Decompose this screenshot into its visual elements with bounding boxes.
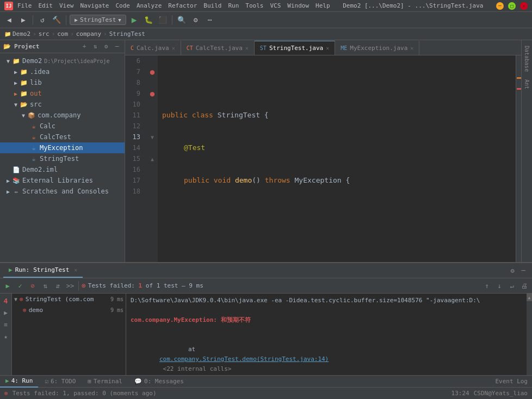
menu-item-refactor[interactable]: Refactor: [168, 2, 197, 9]
scroll-up[interactable]: ▲: [527, 294, 532, 301]
tree-arrow-company: ▼: [20, 113, 27, 119]
sort2-button[interactable]: ⇵: [52, 280, 63, 291]
tree-item-myexception[interactable]: ☕ MyException: [0, 142, 125, 153]
tree-label-myexception: MyException: [40, 144, 83, 152]
menu-item-window[interactable]: Window: [287, 2, 309, 9]
tab-terminal-bottom[interactable]: ⊞ Terminal: [82, 376, 128, 388]
tab-label-myexception: MyException.java: [350, 45, 407, 52]
tab-close-stringtest[interactable]: ✕: [326, 45, 329, 51]
menu-item-code[interactable]: Code: [115, 2, 130, 9]
debug-button[interactable]: 🐛: [143, 14, 154, 26]
tab-run[interactable]: ▶ Run: StringTest ✕: [3, 264, 83, 278]
more-actions[interactable]: ⋯: [204, 14, 216, 26]
expand-button[interactable]: >>: [65, 280, 76, 291]
test-status-text: Tests failed: 1 of 1 test – 9 ms: [88, 282, 203, 289]
breadcrumb-demo2[interactable]: 📁 Demo2: [4, 30, 30, 38]
tree-item-company[interactable]: ▼ 📦 com.company: [0, 110, 125, 121]
right-tab-ant[interactable]: Ant: [523, 76, 531, 92]
favorites-btn[interactable]: ★: [1, 332, 11, 341]
tab-calc[interactable]: C Calc.java ✕: [125, 41, 181, 55]
menu-item-file[interactable]: File: [17, 2, 32, 9]
run-tab-close[interactable]: ✕: [74, 267, 77, 273]
forward-button[interactable]: ▶: [17, 14, 29, 26]
scroll-up-btn[interactable]: ↑: [481, 280, 492, 291]
menu-item-edit[interactable]: Edit: [39, 2, 53, 9]
line-14: 14: [125, 142, 144, 153]
test-item-demo[interactable]: ⊗ demo 9 ms: [12, 304, 126, 315]
tree-item-demo2[interactable]: ▼ 📁 Demo2 D:\Project\ideaProje: [0, 55, 125, 66]
menu-item-vcs[interactable]: VCS: [270, 2, 281, 9]
tab-close-calctest[interactable]: ✕: [245, 45, 249, 51]
tab-run-bottom[interactable]: ▶ 4: Run: [0, 376, 38, 388]
breadcrumb-stringtest[interactable]: StringTest: [109, 30, 145, 38]
run-configuration[interactable]: ▶ StringTest ▼: [70, 15, 126, 25]
menu-item-help[interactable]: Help: [316, 2, 330, 9]
settings-button[interactable]: ⚙: [190, 14, 202, 26]
menu-item-navigate[interactable]: Navigate: [81, 2, 109, 9]
folder-icon-lib: 📁: [20, 78, 28, 87]
close-button[interactable]: ✕: [520, 2, 528, 10]
settings-button[interactable]: ⚙: [102, 42, 110, 51]
breadcrumb-company[interactable]: company: [76, 30, 101, 38]
tab-messages-bottom[interactable]: 💬 0: Messages: [129, 376, 189, 388]
run-tab-icon: ▶: [9, 266, 13, 273]
line-10: 10: [125, 99, 144, 110]
sync-button[interactable]: ⇅: [91, 42, 100, 51]
test-run-btn[interactable]: 4: [1, 296, 11, 306]
tree-item-external[interactable]: ▶ 📚 External Libraries: [0, 175, 125, 186]
menu-item-build[interactable]: Build: [203, 2, 221, 9]
wrap-btn[interactable]: ↵: [506, 280, 517, 291]
hide-panel-button[interactable]: ─: [113, 42, 121, 51]
gutter-9-breakpoint[interactable]: ●: [147, 88, 158, 99]
tree-item-calctest[interactable]: ☕ CalcTest: [0, 132, 125, 142]
gutter-7-breakpoint[interactable]: ●: [147, 66, 158, 77]
build-button[interactable]: 🔨: [51, 14, 63, 26]
menu-item-analyze[interactable]: Analyze: [137, 2, 162, 9]
stop-button[interactable]: ⊘: [27, 280, 38, 291]
event-log-label[interactable]: Event Log: [495, 378, 528, 385]
menu-item-run[interactable]: Run: [228, 2, 239, 9]
test-expand-btn[interactable]: ▶: [1, 308, 11, 317]
tree-item-scratches[interactable]: ▶ ✏️ Scratches and Consoles: [0, 186, 125, 197]
tab-close-calc[interactable]: ✕: [172, 45, 175, 51]
gutter-15-fold[interactable]: ▲: [147, 153, 158, 164]
test-item-stringtest[interactable]: ▼ ⊗ StringTest (com.com 9 ms: [12, 294, 126, 304]
stack-link-1[interactable]: com.company.StringTest.demo(StringTest.j…: [159, 356, 329, 363]
tree-item-stringtest[interactable]: ☕ StringTest: [0, 153, 125, 164]
tab-calctest[interactable]: CT CalcTest.java ✕: [181, 41, 255, 55]
print-btn[interactable]: 🖨: [519, 280, 530, 291]
tab-myexception[interactable]: ME MyException.java ✕: [335, 41, 419, 55]
tree-item-lib[interactable]: ▶ 📁 lib: [0, 77, 125, 88]
gutter-13-fold[interactable]: ▼: [147, 132, 158, 142]
rerun-button[interactable]: ▶: [2, 280, 13, 291]
tree-item-calc[interactable]: ☕ Calc: [0, 121, 125, 132]
maximize-button[interactable]: □: [508, 2, 516, 10]
minimize-button[interactable]: ─: [496, 2, 504, 10]
panel-settings-btn[interactable]: ⚙: [507, 265, 518, 276]
menu-item-view[interactable]: View: [59, 2, 74, 9]
tree-item-out[interactable]: ▶ 📁 out: [0, 88, 125, 99]
tree-arrow-external: ▶: [4, 178, 12, 184]
breadcrumb-src[interactable]: src: [39, 30, 50, 38]
tree-item-iml[interactable]: 📄 Demo2.iml: [0, 164, 125, 175]
menu-item-tools[interactable]: Tools: [245, 2, 263, 9]
tree-item-src[interactable]: ▼ 📂 src: [0, 99, 125, 110]
breadcrumb-com[interactable]: com: [57, 30, 68, 38]
tab-todo-bottom[interactable]: ☑ 6: TODO: [39, 376, 81, 388]
structure-btn[interactable]: ≡: [1, 320, 11, 329]
tab-close-myexception[interactable]: ✕: [410, 45, 413, 51]
search-everywhere[interactable]: 🔍: [176, 14, 188, 26]
back-button[interactable]: ◀: [3, 14, 15, 26]
right-tab-database[interactable]: Database: [523, 42, 531, 75]
refresh-button[interactable]: ↺: [36, 14, 48, 26]
add-button[interactable]: +: [80, 42, 89, 51]
tab-stringtest[interactable]: ST StringTest.java ✕: [255, 41, 335, 55]
run-button[interactable]: ▶: [128, 14, 140, 26]
sort-button[interactable]: ⇅: [40, 280, 51, 291]
tab-label-calctest: CalcTest.java: [196, 45, 243, 52]
stop-button[interactable]: ⬛: [157, 14, 169, 26]
scroll-down-btn[interactable]: ↓: [494, 280, 505, 291]
tree-item-idea[interactable]: ▶ 📁 .idea: [0, 66, 125, 77]
check-button[interactable]: ✓: [15, 280, 26, 291]
panel-hide-btn[interactable]: ─: [518, 265, 529, 276]
